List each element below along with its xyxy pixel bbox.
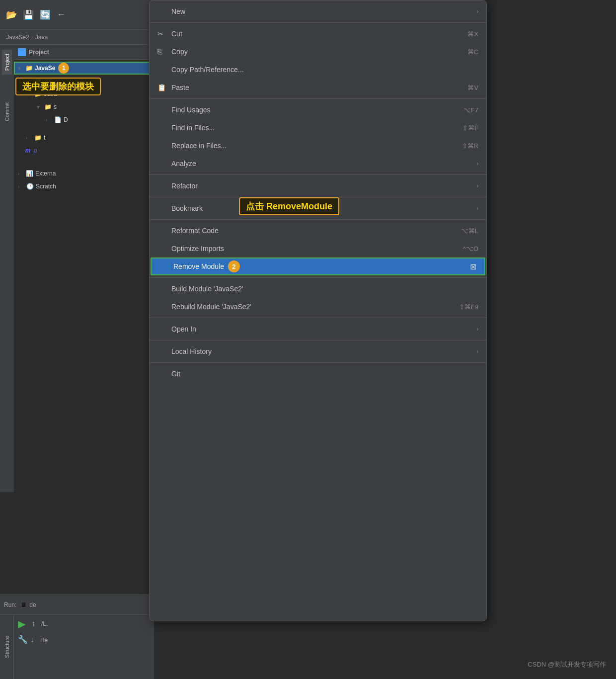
- remove-module-x-icon: ⊠: [470, 262, 476, 271]
- tree-item-external[interactable]: › 📊 Externa: [14, 167, 154, 180]
- separator-7: [150, 318, 486, 318]
- menu-label-optimize: Optimize Imports: [171, 245, 224, 253]
- tree-item-label-d: D: [64, 116, 68, 123]
- menu-item-paste[interactable]: 📋 Paste ⌘V 选中要删除的模块: [150, 79, 486, 96]
- tree-arrow-ext: ›: [18, 171, 24, 176]
- run-label: Run:: [4, 601, 16, 608]
- bookmark-arrow-icon: ›: [476, 205, 478, 212]
- open-folder-icon[interactable]: 📂: [6, 9, 17, 20]
- menu-item-rebuild-module[interactable]: Rebuild Module 'JavaSe2' ⇧⌘F9: [150, 298, 486, 316]
- structure-bottom-row: 🔧 ↓ He: [0, 633, 154, 644]
- menu-item-build-module[interactable]: Build Module 'JavaSe2': [150, 280, 486, 298]
- panel-title: Project: [29, 49, 49, 56]
- tree-arrow-d: ›: [46, 117, 52, 123]
- cut-shortcut: ⌘X: [467, 30, 478, 38]
- menu-item-open-in[interactable]: Open In ›: [150, 320, 486, 338]
- find-usages-shortcut: ⌥F7: [463, 106, 478, 114]
- tree-arrow: ▼: [17, 66, 23, 71]
- menu-item-replace-files[interactable]: Replace in Files... ⇧⌘R: [150, 137, 486, 155]
- scratch-icon: 🕐: [26, 182, 34, 190]
- menu-label-git: Git: [171, 370, 180, 378]
- menu-label-build-module: Build Module 'JavaSe2': [171, 285, 243, 293]
- refresh-icon[interactable]: 🔄: [40, 9, 51, 20]
- file-tree: ▼ 📁 JavaSe 1 › 📁 .idea ▼ 📁 Java ▼ 📁: [14, 60, 154, 195]
- tree-item-javase2[interactable]: ▼ 📁 JavaSe 1: [14, 62, 154, 75]
- sidebar-item-project[interactable]: Project: [2, 50, 12, 75]
- tree-arrow-s: ▼: [36, 104, 42, 110]
- breadcrumb: JavaSe2 › Java: [0, 30, 154, 45]
- tree-arrow-idea: ›: [26, 79, 32, 84]
- menu-item-find-files[interactable]: Find in Files... ⇧⌘F: [150, 119, 486, 137]
- tree-arrow-t: ›: [26, 135, 32, 141]
- back-icon[interactable]: ←: [57, 9, 66, 20]
- panel-folder-icon: [18, 48, 26, 56]
- tree-item-t[interactable]: › 📁 t: [14, 131, 154, 144]
- separator-8: [150, 340, 486, 340]
- menu-item-remove-module[interactable]: Remove Module 2 ⊠: [151, 257, 485, 275]
- menu-item-find-usages[interactable]: Find Usages ⌥F7: [150, 101, 486, 119]
- tree-item-idea[interactable]: › 📁 .idea: [14, 75, 154, 87]
- tree-item-scratch[interactable]: › 🕐 Scratch: [14, 180, 154, 193]
- side-tabs: Project Commit: [0, 45, 14, 492]
- menu-item-cut[interactable]: ✂ Cut ⌘X: [150, 25, 486, 43]
- menu-item-copy[interactable]: ⎘ Copy ⌘C: [150, 43, 486, 61]
- tree-item-java[interactable]: ▼ 📁 Java: [14, 87, 154, 100]
- menu-item-bookmark[interactable]: Bookmark › 点击 RemoveModule: [150, 199, 486, 217]
- menu-label-reformat: Reformat Code: [171, 227, 219, 235]
- maven-icon: m: [24, 147, 32, 155]
- tree-item-d[interactable]: › 📄 D: [14, 113, 154, 126]
- tree-item-label-idea: .idea: [44, 78, 57, 85]
- step-badge-2: 2: [228, 260, 240, 272]
- refactor-arrow-icon: ›: [476, 182, 478, 189]
- tree-item-s[interactable]: ▼ 📁 s: [14, 100, 154, 113]
- analyze-arrow-icon: ›: [476, 160, 478, 167]
- callout2-text: 点击 RemoveModule: [246, 201, 332, 211]
- menu-label-local-history: Local History: [171, 347, 212, 355]
- menu-label-analyze: Analyze: [171, 160, 196, 168]
- up-arrow-button[interactable]: ↑: [31, 619, 35, 628]
- menu-label-copy-path: Copy Path/Reference...: [171, 66, 244, 74]
- down-arrow-button[interactable]: ↓: [30, 635, 34, 644]
- tree-item-label-java: Java: [44, 90, 57, 97]
- structure-tab[interactable]: Structure: [2, 632, 12, 662]
- optimize-shortcut: ^⌥O: [463, 245, 478, 253]
- separator-1: [150, 22, 486, 23]
- menu-item-optimize[interactable]: Optimize Imports ^⌥O: [150, 240, 486, 257]
- watermark: CSDN @测试开发专项写作: [528, 660, 606, 669]
- menu-item-refactor[interactable]: Refactor ›: [150, 177, 486, 195]
- separator-6: [150, 277, 486, 278]
- menu-label-bookmark: Bookmark: [171, 204, 203, 212]
- sidebar-item-commit[interactable]: Commit: [2, 98, 12, 125]
- path-label: /L.: [41, 620, 48, 627]
- tree-item-label-javase2: JavaSe: [35, 65, 55, 72]
- save-icon[interactable]: 💾: [23, 9, 34, 20]
- tree-item-p[interactable]: m p: [14, 144, 154, 157]
- file-icon: 📄: [54, 116, 62, 124]
- menu-item-copy-path[interactable]: Copy Path/Reference...: [150, 61, 486, 79]
- run-name: de: [29, 601, 36, 608]
- paste-icon: 📋: [157, 84, 167, 91]
- tree-item-label-t: t: [44, 134, 45, 141]
- separator-5: [150, 219, 486, 220]
- menu-item-git[interactable]: Git: [150, 365, 486, 383]
- menu-label-find-files: Find in Files...: [171, 124, 215, 132]
- ide-left-panel: 📂 💾 🔄 ← JavaSe2 › Java Project Commit Pr…: [0, 0, 154, 679]
- play-button[interactable]: ▶: [18, 618, 25, 630]
- menu-item-reformat[interactable]: Reformat Code ⌥⌘L: [150, 222, 486, 240]
- watermark-text: CSDN @测试开发专项写作: [528, 661, 606, 668]
- copy-shortcut: ⌘C: [467, 48, 478, 56]
- menu-label-find-usages: Find Usages: [171, 106, 211, 114]
- idea-folder-icon: 📁: [34, 77, 42, 85]
- run-bar: Run: 🖥 de: [0, 594, 154, 614]
- menu-label-copy: Copy: [171, 48, 188, 56]
- menu-item-analyze[interactable]: Analyze ›: [150, 155, 486, 172]
- context-menu: New › ✂ Cut ⌘X ⎘ Copy ⌘C Copy Path/Refer…: [149, 0, 487, 621]
- breadcrumb-part1: JavaSe2: [6, 34, 29, 41]
- folder-icon: 📁: [25, 64, 33, 72]
- menu-item-new[interactable]: New ›: [150, 2, 486, 20]
- wrench-icon[interactable]: 🔧: [18, 635, 28, 644]
- menu-item-local-history[interactable]: Local History ›: [150, 342, 486, 360]
- menu-label-rebuild-module: Rebuild Module 'JavaSe2': [171, 303, 251, 311]
- separator-9: [150, 362, 486, 363]
- separator-2: [150, 98, 486, 99]
